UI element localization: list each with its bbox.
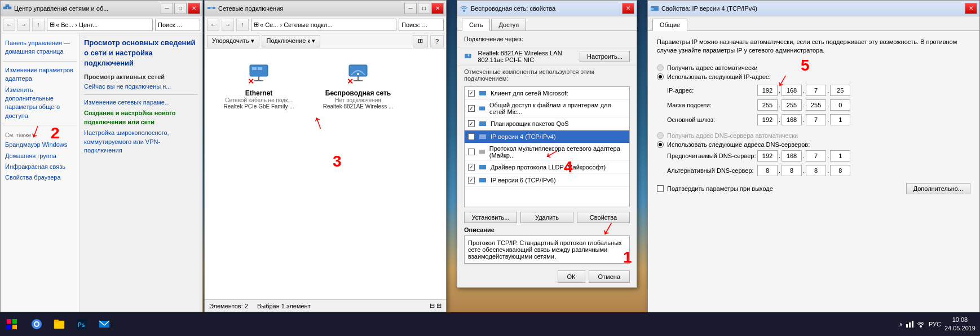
minimize-btn[interactable]: ─: [161, 3, 173, 14]
tray-chevron[interactable]: ∧: [899, 321, 903, 328]
view-btn[interactable]: ⊞: [413, 35, 428, 47]
search-input-2[interactable]: [399, 19, 444, 31]
adns-octet-3[interactable]: 8: [806, 165, 826, 176]
mask-octet-1[interactable]: 255: [757, 99, 778, 111]
radio-auto-dns-btn[interactable]: [657, 132, 664, 139]
ok-btn-wireless[interactable]: ОК: [558, 270, 585, 283]
adns-octet-4[interactable]: 8: [830, 165, 850, 176]
connect-to-btn[interactable]: Подключение к ▾: [262, 35, 321, 47]
close-btn-2[interactable]: ✕: [431, 3, 444, 14]
forward-btn[interactable]: →: [17, 19, 30, 31]
forward-btn-2[interactable]: →: [222, 19, 234, 31]
radio-manual-dns-btn[interactable]: [657, 141, 664, 148]
sidebar-item-change-adapter[interactable]: Изменение параметров адаптера: [3, 65, 77, 85]
component-ipv4[interactable]: IP версии 4 (TCP/IPv4): [465, 130, 629, 143]
component-multiplexor[interactable]: Протокол мультиплексора сетевого адаптер…: [465, 143, 629, 161]
validate-checkbox[interactable]: [657, 185, 664, 192]
additional-btn[interactable]: Дополнительно...: [906, 183, 970, 194]
close-btn[interactable]: ✕: [188, 3, 200, 14]
sidebar-item-firewall[interactable]: Брандмауэр Windows: [3, 139, 77, 150]
sidebar-item-homegroup[interactable]: Домашняя группа: [3, 151, 77, 162]
mask-octet-3[interactable]: 255: [806, 99, 826, 111]
gateway-input[interactable]: 192 . 168 . 7 . 1: [757, 114, 850, 125]
ip-octet-2[interactable]: 168: [782, 85, 802, 96]
organize-btn[interactable]: Упорядочить ▾: [207, 35, 259, 47]
ip-octet-3[interactable]: 7: [806, 85, 826, 96]
minimize-btn-2[interactable]: ─: [404, 3, 417, 14]
ip-address-input[interactable]: 192 . 168 . 7 . 25: [757, 85, 850, 96]
close-btn-4[interactable]: ✕: [965, 3, 977, 14]
tab-access[interactable]: Доступ: [491, 19, 526, 30]
gateway-octet-2[interactable]: 168: [782, 114, 802, 125]
help-btn[interactable]: ?: [430, 35, 444, 47]
properties-btn[interactable]: Свойства: [577, 212, 630, 223]
taskbar-app-explorer[interactable]: [48, 313, 70, 335]
tray-language[interactable]: РУС: [929, 321, 941, 328]
component-lldp[interactable]: Драйвер протокола LLDP (Майкрософт): [465, 161, 629, 174]
radio-manual-ip-btn[interactable]: [657, 73, 664, 80]
tab-network[interactable]: Сеть: [462, 19, 490, 31]
radio-auto-dns[interactable]: Получить адрес DNS-сервера автоматически: [657, 132, 970, 139]
checkbox-lldp[interactable]: [468, 164, 475, 171]
component-qos[interactable]: Планировщик пакетов QoS: [465, 117, 629, 130]
breadcrumb-2[interactable]: ⊞ « Се... › Сетевые подкл...: [251, 19, 396, 31]
create-new-connection[interactable]: Создание и настройка нового подключения …: [84, 109, 198, 126]
checkbox-ipv6[interactable]: [468, 177, 475, 184]
mask-octet-2[interactable]: 255: [782, 99, 802, 111]
install-btn[interactable]: Установить...: [464, 212, 517, 223]
alt-dns-input[interactable]: 8 . 8 . 8 . 8: [757, 165, 850, 176]
sidebar-item-infrared[interactable]: Инфракрасная связь: [3, 162, 77, 172]
pdns-octet-4[interactable]: 1: [830, 150, 850, 162]
mask-octet-4[interactable]: 0: [830, 99, 850, 111]
up-btn[interactable]: ↑: [32, 19, 45, 31]
preferred-dns-input[interactable]: 192 . 168 . 7 . 1: [757, 150, 850, 162]
pdns-octet-3[interactable]: 7: [806, 150, 826, 162]
ethernet-connection[interactable]: ✕ Ethernet Сетевой кабель не подк... Rea…: [214, 58, 304, 290]
sidebar-item-change-sharing[interactable]: Изменить дополнительные параметры общего…: [3, 85, 77, 122]
back-btn[interactable]: ←: [3, 19, 15, 31]
back-btn-2[interactable]: ←: [207, 19, 219, 31]
maximize-btn-2[interactable]: □: [418, 3, 430, 14]
sidebar-item-browser-props[interactable]: Свойства браузера: [3, 172, 77, 183]
wireless-connection[interactable]: ✕ Беспроводная сеть Нет подключения Real…: [313, 58, 403, 290]
configure-btn[interactable]: Настроить...: [580, 51, 630, 62]
ip-octet-1[interactable]: 192: [757, 85, 778, 96]
close-btn-3[interactable]: ✕: [622, 3, 634, 14]
radio-manual-ip[interactable]: Использовать следующий IP-адрес:: [657, 73, 970, 80]
pdns-octet-2[interactable]: 168: [782, 150, 802, 162]
up-btn-2[interactable]: ↑: [236, 19, 249, 31]
radio-auto-ip-btn[interactable]: [657, 64, 664, 71]
taskbar-app-chrome[interactable]: [26, 313, 47, 335]
sidebar-item-home[interactable]: Панель управления — домашняя страница: [3, 38, 77, 58]
gateway-octet-4[interactable]: 1: [830, 114, 850, 125]
checkbox-qos[interactable]: [468, 120, 475, 127]
tab-general[interactable]: Общие: [652, 19, 687, 31]
breadcrumb[interactable]: ⊞ « Вс... › Цент...: [47, 19, 153, 31]
radio-manual-dns[interactable]: Использовать следующие адреса DNS-сервер…: [657, 141, 970, 148]
taskbar-app-photoshop[interactable]: Ps: [71, 313, 92, 335]
gateway-octet-3[interactable]: 7: [806, 114, 826, 125]
checkbox-microsoft-client[interactable]: [468, 90, 475, 97]
maximize-btn[interactable]: □: [174, 3, 187, 14]
pdns-octet-1[interactable]: 192: [757, 150, 778, 162]
gateway-octet-1[interactable]: 192: [757, 114, 778, 125]
radio-auto-ip[interactable]: Получить адрес автоматически: [657, 64, 970, 71]
ip-octet-4[interactable]: 25: [830, 85, 850, 96]
adns-octet-2[interactable]: 8: [782, 165, 802, 176]
cancel-btn-wireless[interactable]: Отмена: [589, 270, 630, 283]
component-file-sharing[interactable]: Общий доступ к файлам и принтерам для се…: [465, 100, 629, 117]
checkbox-multiplexor[interactable]: [468, 149, 475, 155]
tray-network-icon[interactable]: [905, 320, 914, 329]
taskbar-app-mail[interactable]: [94, 313, 115, 335]
component-microsoft-client[interactable]: Клиент для сетей Microsoft: [465, 87, 629, 100]
mask-input[interactable]: 255 . 255 . 255 . 0: [757, 99, 850, 111]
adns-octet-1[interactable]: 8: [757, 165, 778, 176]
tray-clock[interactable]: 10:08 24.05.2019: [944, 316, 975, 333]
setup-broadband[interactable]: Настройка широкополосного, коммутируемог…: [84, 129, 198, 155]
tray-wireless-icon[interactable]: [916, 320, 925, 329]
checkbox-ipv4[interactable]: [468, 133, 475, 140]
start-button[interactable]: [0, 312, 24, 336]
uninstall-btn[interactable]: Удалить: [520, 212, 573, 223]
search-input[interactable]: [155, 19, 200, 31]
component-ipv6[interactable]: IP версии 6 (TCP/IPv6): [465, 174, 629, 187]
